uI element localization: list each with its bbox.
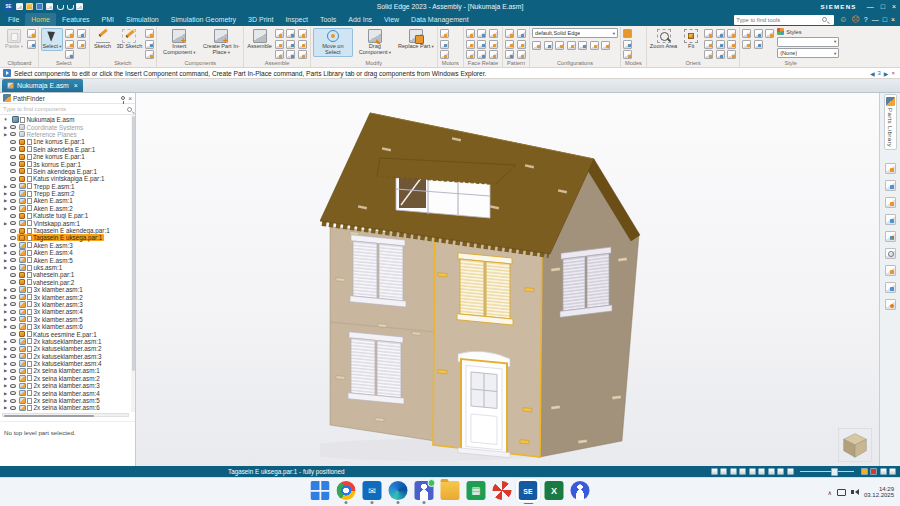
alert-icon[interactable] <box>787 468 794 475</box>
expand-caret-icon[interactable]: ▶ <box>3 368 8 373</box>
tools-icon[interactable] <box>885 163 896 174</box>
visibility-eye-icon[interactable] <box>10 147 16 151</box>
display-tray-icon[interactable] <box>837 489 846 496</box>
axial-align-icon[interactable] <box>275 40 284 49</box>
view-faces-icon[interactable] <box>704 40 713 49</box>
prompt-next-button[interactable]: ▶ <box>884 70 889 77</box>
flash-fit-icon[interactable] <box>275 29 284 38</box>
linear-motor-icon[interactable] <box>440 40 449 49</box>
tangent-face-icon[interactable] <box>466 50 475 59</box>
expand-caret-icon[interactable]: ▶ <box>3 398 8 403</box>
mate-icon[interactable] <box>286 29 295 38</box>
search-icon[interactable] <box>885 248 896 259</box>
pathfinder-item[interactable]: Tagasein E akendega.par:1 <box>0 227 135 234</box>
close-button[interactable]: × <box>892 3 896 10</box>
visibility-eye-icon[interactable] <box>10 169 16 173</box>
offset-face-icon[interactable] <box>489 29 498 38</box>
pathfinder-horizontal-scrollbar[interactable] <box>2 413 129 417</box>
view-orientation-cube[interactable] <box>838 428 872 462</box>
visible-edge-style-icon[interactable] <box>765 29 774 38</box>
visibility-eye-icon[interactable] <box>10 243 16 247</box>
pathfinder-item[interactable]: ▶Vintskapp.asm:1 <box>0 219 135 226</box>
visibility-eye-icon[interactable] <box>10 125 16 129</box>
variant-icon[interactable] <box>601 41 610 50</box>
happy-feedback-icon[interactable]: ☺ <box>839 15 847 24</box>
style-dropdown[interactable]: ▾ <box>777 37 839 47</box>
prompt-close-button[interactable]: × <box>891 70 895 76</box>
tangent-icon[interactable] <box>286 50 295 59</box>
expand-caret-icon[interactable]: ▶ <box>3 250 8 255</box>
select-status-icon[interactable] <box>720 468 727 475</box>
pathfinder-item[interactable]: Katus vintskapiga E.par:1 <box>0 175 135 182</box>
expand-caret-icon[interactable]: ▶ <box>3 184 8 189</box>
expand-caret-icon[interactable]: ▶ <box>3 339 8 344</box>
select-button[interactable]: Select <box>41 28 63 51</box>
expand-caret-icon[interactable]: ▶ <box>3 405 8 410</box>
pathfinder-item[interactable]: vahesein.par:2 <box>0 279 135 286</box>
teams-icon[interactable] <box>415 481 434 500</box>
image-icon[interactable] <box>885 265 896 276</box>
print-icon[interactable] <box>46 3 53 10</box>
hidden-edge-style-icon[interactable] <box>754 29 763 38</box>
expand-caret-icon[interactable]: ▶ <box>3 361 8 366</box>
expand-caret-icon[interactable]: ▶ <box>3 346 8 351</box>
expand-caret-icon[interactable]: ▼ <box>3 117 8 122</box>
select-clear-icon[interactable] <box>77 40 86 49</box>
find-tools-search[interactable] <box>734 15 834 25</box>
views-status-icon[interactable] <box>749 468 756 475</box>
expand-caret-icon[interactable]: ▶ <box>3 383 8 388</box>
pathfinder-item[interactable]: ▶2x seina klamber.asm:4 <box>0 389 135 396</box>
tray-overflow-icon[interactable]: ∧ <box>828 489 832 496</box>
undo-icon[interactable] <box>56 3 63 10</box>
volume-icon[interactable] <box>851 489 859 495</box>
visibility-eye-icon[interactable] <box>10 199 16 203</box>
walk-icon[interactable] <box>727 50 736 59</box>
palette-icon[interactable] <box>885 197 896 208</box>
angle-icon[interactable] <box>275 50 284 59</box>
visibility-eye-icon[interactable] <box>10 362 16 366</box>
sketch-view-icon[interactable] <box>145 50 154 59</box>
tab-3d-print[interactable]: 3D Print <box>242 13 279 26</box>
rotate-view-icon[interactable] <box>716 29 725 38</box>
info-icon[interactable] <box>889 468 896 475</box>
visibility-eye-icon[interactable] <box>10 325 16 329</box>
pathfinder-item[interactable]: ▶3x klamber.asm:5 <box>0 316 135 323</box>
visibility-eye-icon[interactable] <box>10 132 16 136</box>
exploded-config-icon[interactable] <box>590 41 599 50</box>
visibility-eye-icon[interactable] <box>10 155 16 159</box>
tab-data-management[interactable]: Data Management <box>405 13 475 26</box>
pathfinder-item[interactable]: Sein akendeta E.par:1 <box>0 146 135 153</box>
display-config-icon[interactable] <box>532 41 541 50</box>
pathfinder-item[interactable]: ▶2x seina klamber.asm:2 <box>0 375 135 382</box>
start-icon[interactable] <box>311 481 330 500</box>
grab-sketch-icon[interactable] <box>145 29 154 38</box>
model-mode-icon[interactable] <box>623 40 632 49</box>
pathfinder-item[interactable]: ▶2x seina klamber.asm:5 <box>0 397 135 404</box>
expand-caret-icon[interactable]: ▶ <box>3 324 8 329</box>
select-filter-icon[interactable] <box>65 29 74 38</box>
sketch-plane-icon[interactable] <box>145 40 154 49</box>
visibility-eye-icon[interactable] <box>10 266 16 270</box>
visibility-eye-icon[interactable] <box>10 391 16 395</box>
pathfinder-item[interactable]: ▶2x katuseklamber.asm:2 <box>0 345 135 352</box>
doc-close-button[interactable]: × <box>891 16 895 23</box>
save-config-icon[interactable] <box>555 41 564 50</box>
excel-icon[interactable] <box>545 481 564 500</box>
gear-relation-icon[interactable] <box>298 50 307 59</box>
visibility-eye-icon[interactable] <box>10 376 16 380</box>
move-on-select-button[interactable]: Move on Select <box>313 28 353 57</box>
prompt-prev-button[interactable]: ◀ <box>870 70 875 77</box>
expand-caret-icon[interactable]: ▶ <box>3 243 8 248</box>
common-views-icon[interactable] <box>727 29 736 38</box>
assemble-button[interactable]: Assemble <box>246 28 273 51</box>
clone-icon[interactable] <box>517 40 526 49</box>
style-status-icon[interactable] <box>758 468 765 475</box>
pathfinder-item[interactable]: ▶Reference Planes <box>0 131 135 138</box>
coplanar-icon[interactable] <box>466 40 475 49</box>
pathfinder-item[interactable]: ▶uks.asm:1 <box>0 264 135 271</box>
visibility-eye-icon[interactable] <box>10 221 16 225</box>
pathfinder-item[interactable]: ▶3x klamber.asm:3 <box>0 301 135 308</box>
pathfinder-item[interactable]: ▶Aken E.asm:4 <box>0 249 135 256</box>
named-views-icon[interactable] <box>727 40 736 49</box>
expand-caret-icon[interactable]: ▶ <box>3 265 8 270</box>
